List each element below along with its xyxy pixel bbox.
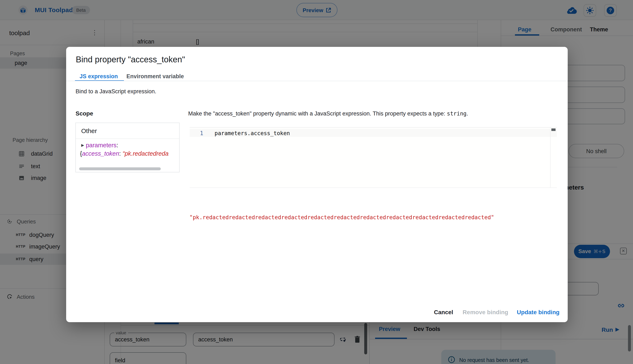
instruction-type: string xyxy=(447,110,467,117)
tab-js-expression[interactable]: JS expression xyxy=(80,71,118,81)
dialog-instruction: Make the "access_token" property dynamic… xyxy=(188,110,468,117)
update-binding-button[interactable]: Update binding xyxy=(515,308,562,316)
evaluation-result: "pk.redactedredactedredactedredactedreda… xyxy=(189,214,494,220)
scope-tree-value: {access_token: "pk.redactedreda xyxy=(80,150,169,157)
scope-colon: : xyxy=(117,142,118,148)
scope-scrollbar-thumb[interactable] xyxy=(79,167,161,170)
scope-sub-key: access_token xyxy=(82,150,119,157)
scope-divider xyxy=(76,138,179,139)
cancel-button-label: Cancel xyxy=(434,309,453,316)
bind-property-dialog: Bind property "access_token" JS expressi… xyxy=(66,47,567,322)
instruction-text: Make the "access_token" property dynamic… xyxy=(188,110,447,117)
instruction-period: . xyxy=(467,110,468,117)
expand-arrow-icon: ▶ xyxy=(81,143,84,147)
scope-label: Scope xyxy=(76,110,93,117)
editor-minimap-marker xyxy=(551,128,555,131)
dialog-description: Bind to a JavaScript expression. xyxy=(76,88,156,94)
scope-colon: : xyxy=(119,150,121,157)
editor-code[interactable]: parameters.access_token xyxy=(215,130,290,136)
toolpad-app: MUI Toolpad Beta Preview xyxy=(0,0,633,364)
tab-js-expression-label: JS expression xyxy=(80,73,118,79)
js-expression-editor[interactable]: 1 parameters.access_token xyxy=(189,127,557,188)
remove-binding-button-label: Remove binding xyxy=(463,309,508,316)
dialog-title: Bind property "access_token" xyxy=(76,55,185,64)
scope-string-preview: "pk.redactedreda xyxy=(123,150,169,157)
cancel-button[interactable]: Cancel xyxy=(432,308,455,316)
scope-other-label: Other xyxy=(81,127,97,134)
remove-binding-button[interactable]: Remove binding xyxy=(460,308,510,316)
dialog-tabs-divider xyxy=(66,81,567,81)
update-binding-button-label: Update binding xyxy=(517,309,559,316)
tab-environment-variable-label: Environment variable xyxy=(127,73,184,79)
scope-brace: { xyxy=(80,150,82,157)
tab-environment-variable[interactable]: Environment variable xyxy=(127,71,184,81)
scope-explorer: Other ▶ parameters: {access_token: "pk.r… xyxy=(75,122,180,172)
editor-scrollbar-track xyxy=(550,128,550,187)
scope-key: parameters xyxy=(86,142,117,148)
scope-tree-parameters[interactable]: ▶ parameters: xyxy=(81,142,118,148)
editor-line-number: 1 xyxy=(189,130,203,136)
